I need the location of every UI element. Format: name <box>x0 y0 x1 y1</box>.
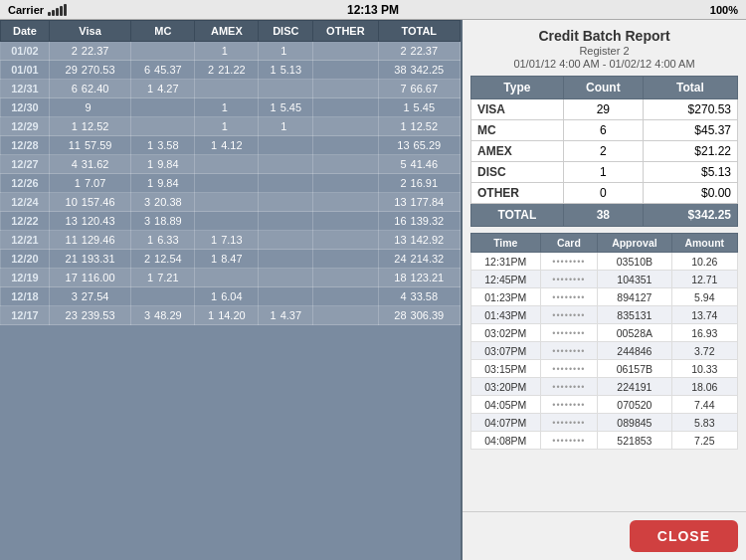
col-amex: AMEX <box>195 21 259 42</box>
carrier-label: Carrier <box>8 4 44 16</box>
cell-amex: 17.13 <box>195 231 259 250</box>
detail-cell-approval: 224191 <box>598 378 671 396</box>
summary-col-total: Total <box>643 77 737 99</box>
detail-cell-amount: 10.26 <box>671 253 737 271</box>
left-panel: Date Visa MC AMEX DISC OTHER TOTAL 01/02… <box>0 20 463 560</box>
summary-cell-total: $270.53 <box>643 99 737 120</box>
col-other: OTHER <box>313 21 378 42</box>
cell-visa: 17.07 <box>49 174 130 193</box>
cell-visa: 1157.59 <box>49 136 130 155</box>
cell-mc <box>131 98 195 117</box>
detail-col-approval: Approval <box>598 234 671 253</box>
detail-cell-amount: 3.72 <box>671 342 737 360</box>
detail-cell-time: 01:23PM <box>471 288 541 306</box>
detail-col-card: Card <box>540 234 598 253</box>
detail-cell-approval: 521853 <box>598 432 671 450</box>
detail-cell-amount: 5.94 <box>671 288 737 306</box>
report-header: Credit Batch Report Register 2 01/01/12 … <box>463 20 746 76</box>
cell-other <box>313 80 378 98</box>
detail-cell-card: •••••••• <box>540 360 598 378</box>
cell-date: 12/21 <box>1 231 50 250</box>
detail-row: 12:45PM••••••••10435112.71 <box>471 271 738 288</box>
cell-other <box>313 117 378 136</box>
cell-disc <box>259 155 313 174</box>
detail-cell-amount: 5.83 <box>671 414 737 432</box>
cell-other <box>313 174 378 193</box>
detail-cell-approval: 104351 <box>598 271 671 288</box>
detail-row: 04:08PM••••••••5218537.25 <box>471 432 738 450</box>
detail-cell-amount: 13.74 <box>671 306 737 324</box>
detail-cell-time: 12:31PM <box>471 253 541 271</box>
cell-amex: 114.20 <box>195 306 259 325</box>
transactions-table: Date Visa MC AMEX DISC OTHER TOTAL 01/02… <box>0 20 461 325</box>
cell-total: 13142.92 <box>378 231 460 250</box>
detail-cell-approval: 070520 <box>598 396 671 414</box>
col-disc: DISC <box>259 21 313 42</box>
cell-other <box>313 250 378 269</box>
cell-visa: 662.40 <box>49 80 130 98</box>
cell-total: 16139.32 <box>378 212 460 231</box>
table-row: 01/0129270.53645.37221.2215.1338342.25 <box>1 61 461 80</box>
detail-row: 04:05PM••••••••0705207.44 <box>471 396 738 414</box>
summary-cell-count: 1 <box>563 162 643 183</box>
cell-amex: 1 <box>195 117 259 136</box>
cell-date: 12/19 <box>1 269 50 287</box>
detail-cell-amount: 12.71 <box>671 271 737 288</box>
cell-disc: 1 <box>259 42 313 61</box>
detail-cell-time: 03:02PM <box>471 324 541 342</box>
cell-date: 12/24 <box>1 193 50 212</box>
cell-date: 12/27 <box>1 155 50 174</box>
detail-cell-approval: 894127 <box>598 288 671 306</box>
cell-amex <box>195 80 259 98</box>
table-row: 12/1723239.53348.29114.2014.3728306.39 <box>1 306 461 325</box>
table-row: 12/309115.4515.45 <box>1 98 461 117</box>
cell-date: 12/17 <box>1 306 50 325</box>
detail-cell-card: •••••••• <box>540 342 598 360</box>
cell-mc: 19.84 <box>131 155 195 174</box>
detail-cell-time: 01:43PM <box>471 306 541 324</box>
cell-visa: 17116.00 <box>49 269 130 287</box>
detail-row: 03:07PM••••••••2448463.72 <box>471 342 738 360</box>
summary-cell-count: 6 <box>563 120 643 141</box>
cell-other <box>313 155 378 174</box>
detail-cell-amount: 16.93 <box>671 324 737 342</box>
close-button[interactable]: CLOSE <box>630 520 738 552</box>
status-left: Carrier <box>8 4 67 16</box>
cell-visa: 23239.53 <box>49 306 130 325</box>
summary-row: VISA29$270.53 <box>471 99 738 120</box>
summary-table: Type Count Total VISA29$270.53MC6$45.37A… <box>470 76 738 227</box>
detail-cell-card: •••••••• <box>540 432 598 450</box>
summary-cell-total: $0.00 <box>643 183 737 204</box>
detail-cell-approval: 06157B <box>598 360 671 378</box>
detail-cell-card: •••••••• <box>540 288 598 306</box>
cell-total: 18123.21 <box>378 269 460 287</box>
cell-mc <box>131 117 195 136</box>
cell-disc: 14.37 <box>259 306 313 325</box>
cell-other <box>313 61 378 80</box>
cell-date: 12/30 <box>1 98 50 117</box>
cell-mc: 16.33 <box>131 231 195 250</box>
cell-disc <box>259 231 313 250</box>
cell-date: 12/31 <box>1 80 50 98</box>
cell-total: 13177.84 <box>378 193 460 212</box>
detail-cell-card: •••••••• <box>540 253 598 271</box>
cell-amex: 14.12 <box>195 136 259 155</box>
detail-cell-card: •••••••• <box>540 271 598 288</box>
col-mc: MC <box>131 21 195 42</box>
status-bar: Carrier 12:13 PM 100% <box>0 0 746 20</box>
summary-footer-total: $342.25 <box>643 204 737 227</box>
detail-cell-time: 03:07PM <box>471 342 541 360</box>
detail-cell-card: •••••••• <box>540 306 598 324</box>
cell-mc: 645.37 <box>131 61 195 80</box>
cell-mc: 17.21 <box>131 269 195 287</box>
cell-disc: 15.45 <box>259 98 313 117</box>
cell-amex: 1 <box>195 98 259 117</box>
cell-other <box>313 287 378 306</box>
summary-cell-total: $21.22 <box>643 141 737 162</box>
cell-amex: 1 <box>195 42 259 61</box>
summary-footer-count: 38 <box>563 204 643 227</box>
cell-date: 12/20 <box>1 250 50 269</box>
cell-total: 24214.32 <box>378 250 460 269</box>
cell-disc <box>259 80 313 98</box>
cell-total: 112.52 <box>378 117 460 136</box>
